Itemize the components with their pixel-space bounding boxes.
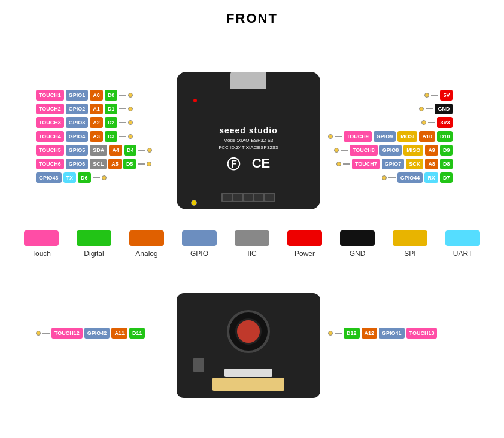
pin-dot (424, 93, 429, 98)
right-pin-row-3: D10A10MOSIGPIO9TOUCH9 (328, 131, 453, 142)
legend-box-digital (77, 230, 111, 246)
right-pin-row-4: D9A9MISOGPIO8TOUCH8 (328, 145, 453, 156)
legend-box-iic (235, 230, 269, 246)
badge-gpio9: GPIO9 (374, 131, 396, 142)
badge-rx: RX (424, 172, 438, 183)
badge-touch7: TOUCH7 (352, 159, 380, 169)
badge-touch6: TOUCH6 (36, 159, 64, 169)
badge-touch4: TOUCH4 (36, 131, 64, 142)
pin-dot (328, 134, 333, 139)
left-pin-row-0: TOUCH1GPIO1A0D0 (36, 90, 152, 101)
badge-d5: D5 (123, 159, 136, 169)
pin-dot (128, 120, 133, 125)
badge-a5: A5 (108, 159, 122, 169)
badge-d3: D3 (105, 131, 118, 142)
pin-line (119, 122, 126, 123)
pin-dot (36, 331, 41, 336)
connector-strip2 (224, 369, 272, 377)
badge-touch2: TOUCH2 (36, 104, 64, 114)
ce-mark: CE (252, 156, 271, 174)
badge-touch5: TOUCH5 (36, 145, 64, 156)
left-pin-row-1: TOUCH2GPIO2A1D1 (36, 104, 152, 114)
badge-sda: SDA (90, 145, 107, 156)
badge-d9: D9 (440, 145, 453, 156)
badge-a11: A11 (111, 328, 127, 339)
legend-label-touch: Touch (32, 250, 51, 258)
badge-a4: A4 (109, 145, 122, 156)
board-model: Model:XIAO-ESP32-S3 (177, 138, 320, 143)
legend-item-touch: Touch (24, 230, 59, 258)
legend-box-gnd (340, 230, 375, 246)
badge-d8: D8 (440, 159, 453, 169)
legend-box-power (287, 230, 322, 246)
legend-box-gpio (182, 230, 217, 246)
badge-a12: A12 (362, 328, 378, 339)
badge-d2: D2 (105, 117, 118, 128)
legend-box-touch (24, 230, 59, 246)
left-pin-row-3: TOUCH4GPIO4A3D3 (36, 131, 152, 142)
badge-gpio4: GPIO4 (66, 131, 89, 142)
badge-a2: A2 (90, 117, 103, 128)
badge-d6: D6 (78, 172, 91, 183)
legend-item-analog: Analog (129, 230, 164, 258)
badge-d1: D1 (105, 104, 118, 114)
badge-a1: A1 (90, 104, 103, 114)
pin-dot (128, 134, 133, 139)
legend-box-spi (393, 230, 427, 246)
badge-d0: D0 (105, 90, 118, 101)
badge-touch13: TOUCH13 (406, 328, 438, 339)
fc-mark: Ⓕ (227, 156, 240, 174)
left-pins: TOUCH1GPIO1A0D0TOUCH2GPIO2A1D1TOUCH3GPIO… (36, 90, 152, 183)
board-label: seeed studio (177, 126, 320, 135)
pin-dot (128, 107, 133, 111)
badge-gpio5: GPIO5 (66, 145, 89, 156)
right-pin-row-1: GND (328, 104, 453, 114)
badge-gpio42: GPIO42 (84, 328, 110, 339)
pin-dot (128, 93, 133, 98)
pin-dot (421, 120, 426, 125)
legend-item-gnd: GND (340, 230, 375, 258)
right-pin-row-6: D7RXGPIO44 (328, 172, 453, 183)
pin-line (138, 150, 145, 151)
board-component (193, 358, 204, 372)
badge-gpio43: GPIO43 (36, 172, 62, 183)
pin-dot (328, 331, 333, 336)
legend-label-analog: Analog (135, 250, 157, 258)
camera-lens-outer (227, 310, 270, 353)
pin-line (119, 108, 126, 110)
badge-miso: MISO (403, 145, 423, 156)
pin-dot (382, 175, 387, 180)
main-board: seeed studio Model:XIAO-ESP32-S3 FCC ID:… (177, 72, 320, 209)
badge-3v3: 3V3 (437, 117, 453, 128)
badge-d10: D10 (437, 131, 453, 142)
legend-label-power: Power (294, 250, 315, 258)
right-pin-row-2: 3V3 (328, 117, 453, 128)
legend-label-spi: SPI (404, 250, 415, 258)
legend-label-uart: UART (453, 250, 472, 258)
badge-d7: D7 (440, 172, 453, 183)
pin-dot (419, 107, 424, 111)
badge-a8: A8 (425, 159, 438, 169)
badge-gpio6: GPIO6 (66, 159, 89, 169)
badge-d4: D4 (124, 145, 137, 156)
right-pins: 5VGND3V3D10A10MOSIGPIO9TOUCH9D9A9MISOGPI… (328, 90, 453, 183)
pin-dot (147, 162, 151, 166)
bottom-right-pins: TOUCH13GPIO41A12D12 (328, 328, 437, 339)
bottom-left-pins: TOUCH12GPIO42A11D11 (36, 328, 145, 339)
badge-touch1: TOUCH1 (36, 90, 64, 101)
badge-d12: D12 (344, 328, 360, 339)
pin-line (119, 136, 126, 137)
badge-sck: SCK (406, 159, 423, 169)
pin-line (93, 177, 100, 178)
legend-item-gpio: GPIO (182, 230, 217, 258)
badge-a9: A9 (425, 145, 438, 156)
legend-label-iic: IIC (247, 250, 256, 258)
badge-mosi: MOSI (397, 131, 417, 142)
badge-5v: 5V (440, 90, 453, 101)
pin-dot (102, 175, 107, 180)
legend-box-analog (129, 230, 164, 246)
badge-a3: A3 (90, 131, 103, 142)
badge-a10: A10 (419, 131, 435, 142)
badge-gpio1: GPIO1 (66, 90, 89, 101)
badge-d11: D11 (129, 328, 145, 339)
